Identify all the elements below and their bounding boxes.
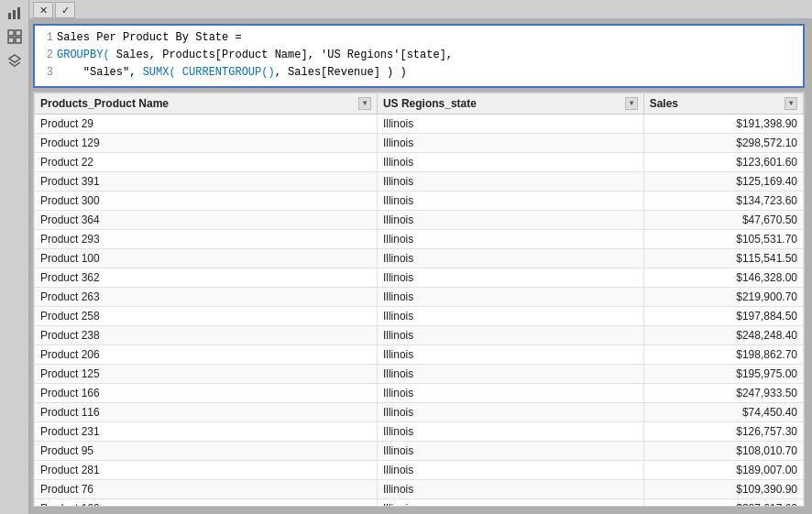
table-body: Product 29Illinois$191,398.90Product 129…	[35, 114, 804, 507]
cell-product: Product 125	[35, 364, 378, 383]
cell-state: Illinois	[377, 460, 643, 479]
table-row: Product 166Illinois$247,933.50	[35, 383, 804, 402]
cell-product: Product 100	[35, 248, 378, 268]
table-row: Product 169Illinois$287,617.60	[35, 498, 804, 507]
line-number-3: 3	[40, 64, 53, 82]
cell-product: Product 129	[35, 133, 378, 152]
cell-state: Illinois	[377, 364, 643, 383]
line-number-2: 2	[40, 47, 53, 64]
table-row: Product 258Illinois$197,884.50	[35, 306, 804, 325]
cell-sales: $105,531.70	[643, 229, 803, 248]
cell-sales: $195,975.00	[643, 364, 803, 383]
cell-sales: $47,670.50	[643, 210, 803, 229]
table-row: Product 125Illinois$195,975.00	[35, 364, 804, 383]
cell-state: Illinois	[377, 248, 643, 268]
filter-state-button[interactable]: ▾	[625, 97, 638, 110]
cell-sales: $219,900.70	[643, 287, 803, 306]
formula-text-1: Sales Per Product By State =	[57, 29, 242, 47]
cell-state: Illinois	[377, 229, 643, 248]
col-header-state: US Regions_state ▾	[377, 93, 643, 114]
cell-state: Illinois	[377, 171, 643, 191]
svg-rect-6	[16, 38, 21, 43]
svg-marker-7	[9, 55, 20, 62]
cancel-button[interactable]: ✕	[33, 2, 53, 18]
cell-product: Product 22	[35, 152, 378, 171]
table-header-row: Products_Product Name ▾ US Regions_state…	[35, 93, 804, 114]
cell-state: Illinois	[377, 191, 643, 210]
table-row: Product 206Illinois$198,862.70	[35, 344, 804, 364]
cell-product: Product 281	[35, 460, 378, 479]
cell-product: Product 231	[35, 421, 378, 441]
cell-sales: $247,933.50	[643, 383, 803, 402]
cell-product: Product 166	[35, 383, 378, 402]
filter-product-button[interactable]: ▾	[358, 97, 371, 110]
confirm-button[interactable]: ✓	[55, 2, 75, 18]
cell-product: Product 362	[35, 268, 378, 287]
cell-state: Illinois	[377, 325, 643, 344]
cell-sales: $287,617.60	[643, 498, 803, 507]
cell-sales: $191,398.90	[643, 114, 803, 133]
svg-rect-5	[8, 38, 14, 43]
cell-product: Product 258	[35, 306, 378, 325]
table-row: Product 116Illinois$74,450.40	[35, 402, 804, 421]
data-table-wrapper: Products_Product Name ▾ US Regions_state…	[33, 92, 805, 507]
cell-state: Illinois	[377, 402, 643, 421]
formula-line-1: 1 Sales Per Product By State =	[40, 29, 797, 47]
cell-product: Product 95	[35, 441, 378, 460]
cell-sales: $109,390.90	[643, 479, 803, 498]
svg-rect-1	[13, 10, 16, 19]
svg-rect-4	[16, 30, 21, 36]
filter-sales-button[interactable]: ▾	[785, 97, 797, 110]
formula-text-3: "Sales", SUMX( CURRENTGROUP(), Sales[Rev…	[57, 64, 407, 82]
col-header-product: Products_Product Name ▾	[35, 93, 378, 114]
cell-product: Product 293	[35, 229, 378, 248]
layers-icon[interactable]	[5, 51, 24, 70]
cell-product: Product 238	[35, 325, 378, 344]
col-header-sales: Sales ▾	[643, 93, 803, 114]
cell-sales: $123,601.60	[643, 152, 803, 171]
cell-state: Illinois	[377, 441, 643, 460]
cell-product: Product 300	[35, 191, 378, 210]
chart-bar-icon[interactable]	[5, 4, 24, 22]
table-row: Product 364Illinois$47,670.50	[35, 210, 804, 229]
cell-product: Product 263	[35, 287, 378, 306]
formula-bar[interactable]: 1 Sales Per Product By State = 2 GROUPBY…	[33, 24, 805, 88]
table-row: Product 293Illinois$105,531.70	[35, 229, 804, 248]
table-row: Product 22Illinois$123,601.60	[35, 152, 804, 171]
svg-rect-2	[17, 7, 20, 19]
cell-state: Illinois	[377, 306, 643, 325]
grid-icon[interactable]	[5, 27, 24, 46]
table-row: Product 281Illinois$189,007.00	[35, 460, 804, 479]
cell-sales: $198,862.70	[643, 344, 803, 364]
cell-product: Product 206	[35, 344, 378, 364]
cell-state: Illinois	[377, 210, 643, 229]
cell-state: Illinois	[377, 152, 643, 171]
table-row: Product 263Illinois$219,900.70	[35, 287, 804, 306]
line-number-1: 1	[40, 29, 53, 47]
cell-sales: $108,010.70	[643, 441, 803, 460]
cell-sales: $189,007.00	[643, 460, 803, 479]
main-content: ✕ ✓ 1 Sales Per Product By State = 2 GRO…	[29, 0, 812, 514]
formula-toolbar: ✕ ✓	[29, 0, 812, 18]
formula-line-3: 3 "Sales", SUMX( CURRENTGROUP(), Sales[R…	[40, 64, 797, 82]
cell-sales: $134,723.60	[643, 191, 803, 210]
cell-product: Product 364	[35, 210, 378, 229]
table-row: Product 300Illinois$134,723.60	[35, 191, 804, 210]
cell-product: Product 391	[35, 171, 378, 191]
table-row: Product 76Illinois$109,390.90	[35, 479, 804, 498]
cell-state: Illinois	[377, 498, 643, 507]
table-row: Product 129Illinois$298,572.10	[35, 133, 804, 152]
svg-rect-0	[8, 13, 11, 19]
cell-product: Product 76	[35, 479, 378, 498]
formula-line-2: 2 GROUPBY( Sales, Products[Product Name]…	[40, 47, 797, 64]
formula-text-2: GROUPBY( Sales, Products[Product Name], …	[57, 47, 453, 64]
data-table: Products_Product Name ▾ US Regions_state…	[34, 93, 804, 507]
table-row: Product 231Illinois$126,757.30	[35, 421, 804, 441]
cell-product: Product 29	[35, 114, 378, 133]
cell-product: Product 116	[35, 402, 378, 421]
cell-sales: $115,541.50	[643, 248, 803, 268]
cell-state: Illinois	[377, 133, 643, 152]
cell-state: Illinois	[377, 287, 643, 306]
table-row: Product 362Illinois$146,328.00	[35, 268, 804, 287]
cell-sales: $197,884.50	[643, 306, 803, 325]
